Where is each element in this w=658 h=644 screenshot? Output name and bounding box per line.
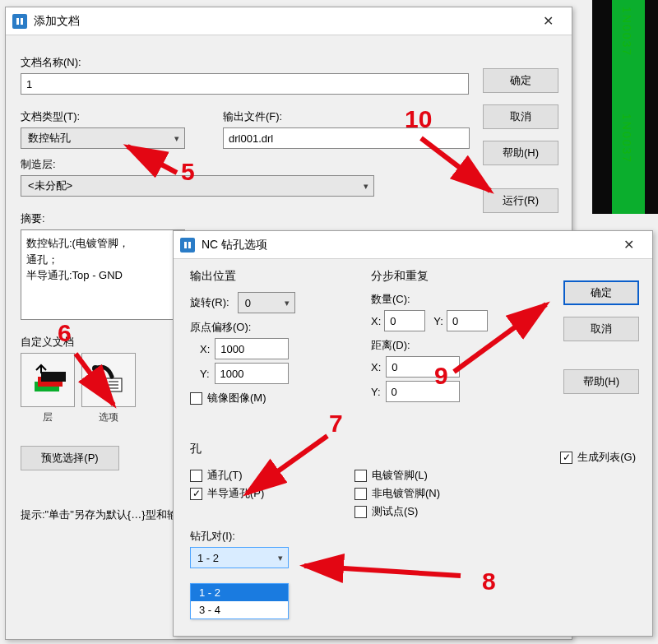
origin-x-input[interactable] — [215, 338, 289, 359]
nonplated-pin-checkbox[interactable]: 非电镀管脚(N) — [354, 486, 494, 501]
count-x-input[interactable] — [384, 310, 425, 331]
step-repeat-group-label: 分步和重复 — [371, 269, 535, 284]
through-hole-checkbox[interactable]: 通孔(T) — [190, 468, 313, 483]
doc-type-combo[interactable]: 数控钻孔 ▾ — [21, 127, 185, 149]
origin-label: 原点偏移(O): — [190, 320, 363, 335]
svg-rect-2 — [41, 372, 66, 382]
summary-textarea[interactable]: 数控钻孔:(电镀管脚， 通孔； 半导通孔:Top - GND — [21, 229, 185, 320]
close-button[interactable]: ✕ — [531, 10, 565, 33]
nonplated-label: 非电镀管脚(N) — [372, 486, 440, 501]
fab-layer-combo[interactable]: <未分配> ▾ — [21, 175, 374, 197]
y-label: Y: — [433, 315, 443, 327]
dist-y-input[interactable] — [386, 381, 460, 402]
generate-list-label: 生成列表(G) — [577, 450, 636, 465]
count-y-input[interactable] — [447, 310, 488, 331]
mirror-label: 镜像图像(M) — [207, 391, 266, 405]
rotate-label: 旋转(R): — [190, 295, 229, 310]
doc-name-label: 文档名称(N): — [21, 55, 471, 70]
pcb-label: 1N0037 — [620, 7, 633, 57]
x-label: X: — [371, 315, 381, 327]
rotate-combo[interactable]: 0 ▾ — [238, 292, 295, 313]
fab-layer-value: <未分配> — [28, 178, 72, 193]
summary-line: 通孔； — [26, 252, 179, 268]
chevron-down-icon: ▾ — [285, 298, 290, 308]
close-button[interactable]: ✕ — [611, 234, 646, 257]
checkbox-box: ✓ — [560, 452, 572, 464]
ok-button[interactable]: 确定 — [563, 280, 639, 305]
help-button[interactable]: 帮助(H) — [483, 141, 558, 165]
drill-pair-label: 钻孔对(I): — [190, 529, 535, 544]
layer-tool-button[interactable] — [21, 353, 75, 407]
layer-tool-label: 层 — [21, 410, 75, 424]
output-file-input[interactable] — [223, 127, 470, 149]
run-button[interactable]: 运行(R) — [483, 188, 558, 213]
chevron-down-icon: ▾ — [278, 553, 283, 563]
checkbox-box — [354, 488, 367, 500]
titlebar: NC 钻孔选项 ✕ — [174, 231, 652, 259]
doc-name-input[interactable] — [21, 73, 469, 95]
partial-hole-checkbox[interactable]: ✓ 半导通孔(P) — [190, 486, 313, 501]
plated-pin-checkbox[interactable]: 电镀管脚(L) — [354, 468, 494, 483]
count-label: 数量(C): — [371, 292, 535, 307]
chevron-down-icon: ▾ — [174, 133, 179, 144]
window-title: NC 钻孔选项 — [202, 238, 611, 253]
dropdown-option[interactable]: 1 - 2 — [191, 584, 288, 601]
drill-pair-combo[interactable]: 1 - 2 ▾ — [190, 547, 289, 568]
distance-label: 距离(D): — [371, 338, 535, 353]
dist-x-input[interactable] — [386, 356, 460, 378]
x-label: X: — [200, 343, 210, 355]
help-button[interactable]: 帮助(H) — [563, 369, 639, 394]
y-label: Y: — [371, 386, 381, 398]
nc-drill-options-dialog: NC 钻孔选项 ✕ 输出位置 旋转(R): 0 ▾ 原点偏移(O): X: Y:… — [173, 230, 653, 637]
checkbox-box — [190, 392, 202, 405]
checkbox-box: ✓ — [190, 488, 202, 500]
testpoint-checkbox[interactable]: 测试点(S) — [354, 504, 494, 519]
chevron-down-icon: ▾ — [364, 181, 368, 192]
preview-button[interactable]: 预览选择(P) — [21, 446, 119, 470]
partial-label: 半导通孔(P) — [207, 486, 264, 501]
titlebar: 添加文档 ✕ — [6, 7, 572, 35]
checkbox-box — [354, 506, 367, 518]
generate-list-checkbox[interactable]: ✓ 生成列表(G) — [560, 450, 636, 465]
summary-label: 摘要: — [21, 211, 471, 226]
pcb-label-2: 1N0037 — [620, 114, 633, 164]
cancel-button[interactable]: 取消 — [563, 317, 639, 341]
plated-label: 电镀管脚(L) — [372, 468, 428, 483]
output-pos-group-label: 输出位置 — [190, 269, 363, 284]
window-title: 添加文档 — [34, 14, 531, 29]
options-tool-label: 选项 — [81, 410, 136, 424]
holes-group-label: 孔 — [190, 442, 535, 456]
app-icon — [180, 238, 195, 253]
ok-button[interactable]: 确定 — [483, 68, 558, 93]
mirror-checkbox[interactable]: 镜像图像(M) — [190, 391, 363, 405]
through-label: 通孔(T) — [207, 468, 243, 483]
doc-type-value: 数控钻孔 — [28, 131, 71, 146]
output-file-label: 输出文件(F): — [223, 109, 471, 124]
origin-y-input[interactable] — [215, 363, 289, 384]
dropdown-option[interactable]: 3 - 4 — [191, 601, 288, 619]
summary-line: 半导通孔:Top - GND — [26, 267, 179, 284]
app-icon — [12, 14, 27, 29]
fab-layer-label: 制造层: — [21, 157, 471, 172]
doc-type-label: 文档类型(T): — [21, 109, 202, 124]
summary-line: 数控钻孔:(电镀管脚， — [26, 235, 179, 252]
drill-pair-dropdown[interactable]: 1 - 2 3 - 4 — [190, 583, 289, 619]
options-tool-button[interactable] — [81, 353, 136, 407]
svg-point-7 — [92, 365, 99, 372]
pcb-background-2: 1N0037 — [592, 107, 658, 214]
drill-pair-value: 1 - 2 — [197, 552, 219, 564]
checkbox-box — [190, 470, 202, 482]
y-label: Y: — [200, 368, 210, 380]
cancel-button[interactable]: 取消 — [483, 104, 558, 129]
x-label: X: — [371, 361, 381, 373]
checkbox-box — [354, 470, 367, 482]
testpoint-label: 测试点(S) — [372, 504, 418, 519]
rotate-value: 0 — [245, 297, 251, 309]
